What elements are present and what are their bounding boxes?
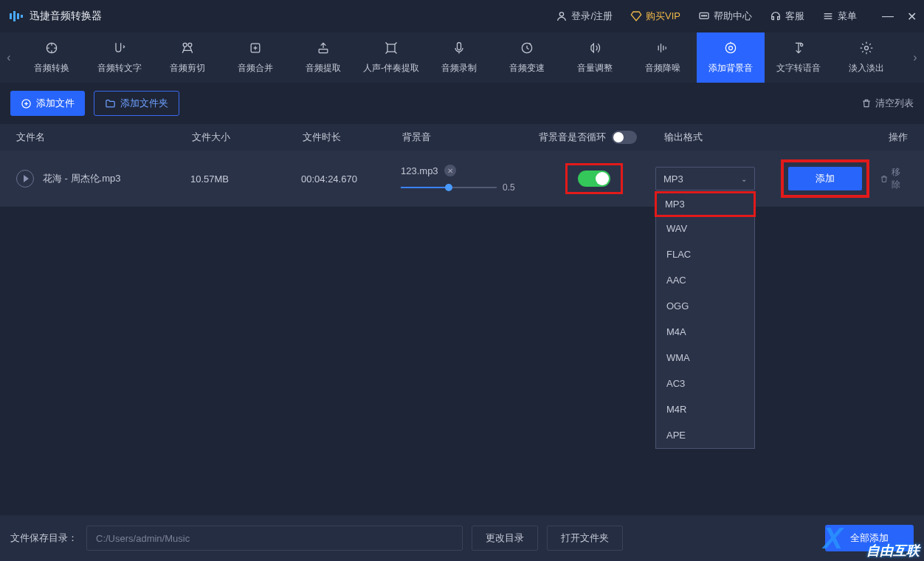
tab-6[interactable]: 音频录制: [425, 32, 493, 83]
svg-point-14: [188, 43, 192, 47]
svg-rect-1: [13, 11, 15, 21]
col-bgm: 背景音: [402, 131, 539, 144]
format-dropdown: MP3WAVFLACAACOGGM4AWMAAC3M4RAPE: [655, 192, 755, 449]
tab-icon: [655, 41, 670, 58]
tab-13[interactable]: 音频: [900, 32, 906, 83]
format-option-flac[interactable]: FLAC: [656, 241, 754, 267]
remove-bgm-button[interactable]: ✕: [444, 165, 456, 176]
diamond-icon: [630, 10, 642, 22]
open-folder-button[interactable]: 打开文件夹: [547, 526, 623, 551]
tab-label: 音频录制: [441, 62, 477, 75]
add-file-button[interactable]: 添加文件: [10, 91, 85, 116]
cell-size: 10.57MB: [190, 173, 301, 185]
add-button[interactable]: 添加: [788, 167, 862, 190]
loop-toggle[interactable]: [578, 171, 610, 187]
format-select[interactable]: MP3 ⌄: [655, 167, 755, 190]
tabs-prev[interactable]: ‹: [0, 32, 18, 83]
chat-icon: [698, 10, 710, 22]
logo-icon: [7, 7, 25, 25]
svg-point-4: [560, 13, 564, 16]
tab-1[interactable]: 音频转文字: [86, 32, 154, 83]
tab-3[interactable]: 音频合并: [221, 32, 289, 83]
cell-format: MP3 ⌄ MP3WAVFLACAACOGGM4AWMAAC3M4RAPE: [655, 167, 781, 190]
clear-list-button[interactable]: 清空列表: [861, 97, 914, 110]
tab-icon: [723, 41, 738, 58]
col-op: 操作: [782, 131, 908, 144]
save-dir-input[interactable]: C:/Users/admin/Music: [86, 526, 463, 551]
format-option-mp3[interactable]: MP3: [655, 191, 756, 217]
tab-icon: [791, 41, 806, 58]
login-link[interactable]: 登录/注册: [556, 10, 613, 23]
svg-rect-3: [21, 15, 23, 18]
service-link[interactable]: 客服: [770, 10, 804, 23]
add-all-button[interactable]: 全部添加: [825, 525, 914, 551]
tab-9[interactable]: 音频降噪: [629, 32, 697, 83]
highlight-box-toggle: [565, 163, 623, 194]
tab-label: 音频提取: [306, 62, 341, 75]
tab-5[interactable]: 人声-伴奏提取: [357, 32, 425, 83]
help-link[interactable]: 帮助中心: [698, 10, 752, 23]
tab-7[interactable]: 音频变速: [493, 32, 561, 83]
tab-label: 音频合并: [238, 62, 273, 75]
format-option-wav[interactable]: WAV: [656, 216, 754, 241]
table-row: 花海 - 周杰伦.mp3 10.57MB 00:04:24.670 123.mp…: [0, 151, 924, 207]
tab-8[interactable]: 音量调整: [561, 32, 629, 83]
menu-link[interactable]: 菜单: [822, 10, 857, 23]
svg-point-8: [706, 16, 706, 16]
save-dir-label: 文件保存目录：: [10, 531, 77, 545]
tab-label: 音频变速: [509, 62, 545, 75]
format-option-ape[interactable]: APE: [656, 422, 754, 448]
user-icon: [556, 10, 568, 22]
svg-rect-18: [319, 49, 328, 53]
tab-12[interactable]: 淡入淡出: [832, 32, 900, 83]
svg-point-6: [702, 16, 703, 16]
svg-point-13: [183, 43, 187, 47]
tab-0[interactable]: 音频转换: [18, 32, 86, 83]
bgm-volume-value: 0.5: [503, 182, 515, 193]
tab-label: 文字转语音: [776, 62, 821, 75]
footer-bar: 文件保存目录： C:/Users/admin/Music 更改目录 打开文件夹 …: [0, 515, 924, 561]
headset-icon: [770, 10, 782, 22]
header-loop-toggle[interactable]: [612, 131, 637, 144]
add-folder-button[interactable]: 添加文件夹: [94, 91, 179, 116]
svg-rect-19: [387, 44, 395, 52]
play-button[interactable]: [16, 170, 34, 187]
cell-loop: [537, 163, 655, 194]
format-option-m4a[interactable]: M4A: [656, 319, 754, 345]
close-button[interactable]: ✕: [907, 10, 917, 24]
col-format: 输出格式: [657, 131, 782, 144]
remove-row-button[interactable]: 移除: [880, 166, 908, 191]
tab-icon: [44, 41, 59, 58]
tab-label: 音频转换: [34, 62, 69, 75]
col-duration: 文件时长: [303, 131, 402, 144]
change-dir-button[interactable]: 更改目录: [472, 526, 538, 551]
tab-icon: [248, 41, 263, 58]
trash-icon: [880, 174, 889, 184]
format-option-ac3[interactable]: AC3: [656, 371, 754, 396]
format-option-m4r[interactable]: M4R: [656, 396, 754, 422]
tab-11[interactable]: 文字转语音: [765, 32, 832, 83]
highlight-box-add: 添加: [781, 159, 869, 198]
tab-label: 音量调整: [577, 62, 613, 75]
format-option-wma[interactable]: WMA: [656, 345, 754, 371]
tab-icon: [180, 41, 195, 58]
format-option-ogg[interactable]: OGG: [656, 293, 754, 319]
chevron-down-icon: ⌄: [741, 175, 747, 183]
svg-point-7: [703, 16, 704, 16]
tab-label: 人声-伴奏提取: [363, 62, 419, 75]
tabs-bar: ‹ 音频转换音频转文字音频剪切音频合并音频提取人声-伴奏提取音频录制音频变速音量…: [0, 32, 924, 83]
menu-icon: [822, 10, 834, 22]
format-option-aac[interactable]: AAC: [656, 267, 754, 293]
bgm-volume-slider[interactable]: 0.5: [401, 182, 537, 193]
tab-10[interactable]: 添加背景音: [697, 32, 765, 83]
tab-4[interactable]: 音频提取: [289, 32, 357, 83]
tab-2[interactable]: 音频剪切: [154, 32, 221, 83]
minimize-button[interactable]: —: [882, 10, 894, 24]
title-bar: 迅捷音频转换器 登录/注册 购买VIP 帮助中心 客服 菜单 — ✕: [0, 0, 924, 32]
tabs-next[interactable]: ›: [906, 32, 924, 83]
buy-vip-link[interactable]: 购买VIP: [630, 10, 680, 23]
svg-point-27: [729, 47, 733, 50]
plus-circle-icon: [21, 98, 32, 109]
tab-icon: [384, 41, 399, 58]
cell-op: 添加 移除: [781, 159, 908, 198]
